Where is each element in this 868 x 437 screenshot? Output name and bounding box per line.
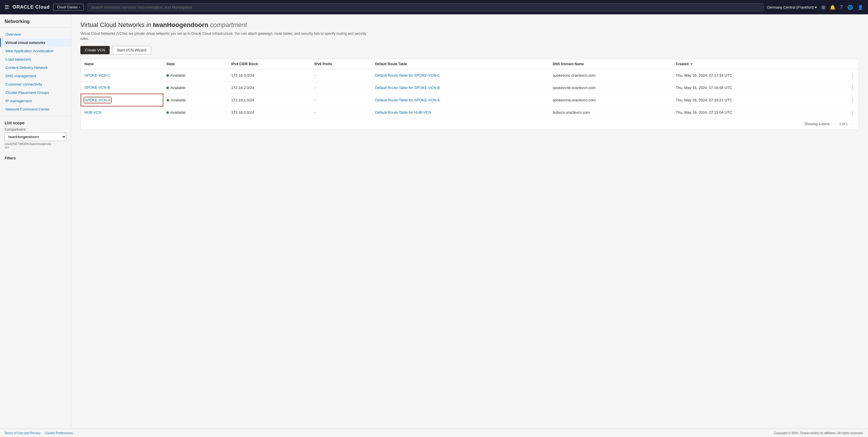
filters-section-title: Filters xyxy=(0,154,71,162)
vcn-created-cell: Thu, May 16, 2024, 07:15:04 UTC xyxy=(672,106,829,119)
notifications-icon[interactable]: 🔔 xyxy=(830,5,836,10)
nav-right: Germany Central (Frankfurt) ▾ ⊞ 🔔 ? 🌐 👤 xyxy=(767,5,863,10)
cloud-classic-button[interactable]: Cloud Classic › xyxy=(53,4,84,11)
table-body: SPOKE-VCN-CAvailable172.16.3.0/24-Defaul… xyxy=(81,69,859,119)
vcn-ipv6-cell: - xyxy=(311,106,372,119)
start-vcn-wizard-button[interactable]: Start VCN Wizard xyxy=(112,46,151,54)
pagination-next-button[interactable]: › xyxy=(850,121,855,127)
sidebar-item-dns-management[interactable]: DNS management xyxy=(0,72,71,80)
sidebar-item-customer-connectivity[interactable]: Customer connectivity xyxy=(0,80,71,88)
language-icon[interactable]: 🌐 xyxy=(847,5,853,10)
terms-link[interactable]: Terms of Use and Privacy xyxy=(5,431,40,435)
vcn-ipv6-cell: - xyxy=(311,94,372,106)
col-created[interactable]: Created ▾ xyxy=(672,59,829,69)
hamburger-menu-icon[interactable]: ☰ xyxy=(5,4,9,10)
vcn-cidr-cell: 172.16.2.0/24 xyxy=(228,82,311,94)
col-actions xyxy=(829,59,859,69)
col-name[interactable]: Name xyxy=(81,59,163,69)
col-ipv6[interactable]: IPv6 Prefix xyxy=(311,59,372,69)
page-description: Virtual Cloud Networks (VCNs) are privat… xyxy=(81,31,367,41)
sidebar-item-web-application-acceleration[interactable]: Web Application Acceleration xyxy=(0,47,71,55)
vcn-dns-cell: spokevcnb.oraclevcn.com xyxy=(549,82,673,94)
vcn-cidr-cell: 172.16.1.0/24 xyxy=(228,94,311,106)
sidebar-item-cluster-placement-groups[interactable]: Cluster Placement Groups xyxy=(0,88,71,97)
col-route-table[interactable]: Default Route Table xyxy=(371,59,549,69)
vcn-name-link[interactable]: HUB-VCN xyxy=(84,110,101,115)
sidebar-title: Networking xyxy=(0,19,71,28)
vcn-table-container: Name State IPv4 CIDR Block IPv6 Prefix D xyxy=(81,59,859,130)
sidebar-item-ip-management[interactable]: IP management xyxy=(0,97,71,105)
compartment-selector[interactable]: IwanHoogendoorn xyxy=(5,133,66,141)
help-icon[interactable]: ? xyxy=(840,5,843,10)
route-table-link[interactable]: Default Route Table for SPOKE-VCN-B xyxy=(375,86,440,90)
cookie-link[interactable]: Cookie Preferences xyxy=(45,431,73,435)
vcn-dns-cell: hubvcn.oraclevcn.com xyxy=(549,106,673,119)
table-row: SPOKE-VCN-BAvailable172.16.2.0/24-Defaul… xyxy=(81,82,859,94)
sidebar-item-load-balancers[interactable]: Load balancers xyxy=(0,55,71,63)
col-state[interactable]: State xyxy=(163,59,228,69)
col-ipv4[interactable]: IPv4 CIDR Block xyxy=(228,59,311,69)
col-route-label: Default Route Table xyxy=(375,62,407,66)
vcn-name-link[interactable]: SPOKE-VCN-B xyxy=(84,85,110,90)
title-suffix-text: compartment xyxy=(210,21,247,28)
compartment-path: (root)/NETWORK/IwanHoogendoorn xyxy=(5,142,66,149)
col-created-label: Created xyxy=(676,62,689,66)
vcn-ipv6-cell: - xyxy=(311,69,372,82)
page-title: Virtual Cloud Networks in IwanHoogendoor… xyxy=(81,21,859,29)
vcn-dns-cell: spokevcna.oraclevcn.com xyxy=(549,94,673,106)
page-header: Virtual Cloud Networks in IwanHoogendoor… xyxy=(81,21,859,41)
list-scope-title: List scope xyxy=(5,121,66,125)
user-avatar-icon[interactable]: 👤 xyxy=(858,5,863,10)
main-layout: Networking Overview Virtual cloud networ… xyxy=(0,14,868,429)
vcn-name-link[interactable]: SPOKE-VCN-C xyxy=(84,73,110,77)
vcn-state-cell: Available xyxy=(163,94,228,106)
title-vcn-text: Virtual Cloud Networks xyxy=(81,21,144,28)
compartment-label: Compartment xyxy=(5,127,66,131)
vcn-cidr-cell: 172.16.3.0/24 xyxy=(228,69,311,82)
pagination-prev-button[interactable]: ‹ xyxy=(832,121,837,127)
col-ipv6-label: IPv6 Prefix xyxy=(315,62,332,66)
col-dns[interactable]: DNS Domain Name xyxy=(549,59,673,69)
sidebar-item-network-command-center[interactable]: Network Command Center xyxy=(0,105,71,114)
row-actions-button[interactable]: ⋮ xyxy=(829,106,859,119)
vcn-table: Name State IPv4 CIDR Block IPv6 Prefix D xyxy=(81,59,859,118)
sidebar: Networking Overview Virtual cloud networ… xyxy=(0,14,71,429)
list-scope-section: List scope Compartment IwanHoogendoorn (… xyxy=(0,116,71,154)
col-name-label: Name xyxy=(84,62,94,66)
sidebar-item-content-delivery-network[interactable]: Content Delivery Network xyxy=(0,63,71,72)
route-table-link[interactable]: Default Route Table for SPOKE-VCN-C xyxy=(375,73,440,77)
vcn-cidr-cell: 172.16.0.0/24 xyxy=(228,106,311,119)
vcn-name-link[interactable]: SPOKE-VCN-A xyxy=(85,98,111,102)
route-table-link[interactable]: Default Route Table for SPOKE-VCN-A xyxy=(375,98,440,102)
region-selector[interactable]: Germany Central (Frankfurt) ▾ xyxy=(767,5,817,9)
table-row: SPOKE-VCN-AAvailable172.16.1.0/24-Defaul… xyxy=(81,94,859,106)
route-table-link[interactable]: Default Route Table for HUB-VCN xyxy=(375,110,431,115)
showing-items-text: Showing 4 items xyxy=(804,122,830,126)
pagination-page-text: 1 of 1 xyxy=(839,122,848,126)
col-ipv4-label: IPv4 CIDR Block xyxy=(231,62,258,66)
sort-icon: ▾ xyxy=(691,62,692,66)
chevron-down-icon: ▾ xyxy=(815,5,817,9)
status-dot-icon xyxy=(166,87,169,89)
create-vcn-button[interactable]: Create VCN xyxy=(81,46,110,54)
row-actions-button[interactable]: ⋮ xyxy=(829,82,859,94)
vcn-created-cell: Thu, May 16, 2024, 07:16:58 UTC xyxy=(672,82,829,94)
title-compartment-name: IwanHoogendoorn xyxy=(153,21,208,28)
search-input[interactable] xyxy=(87,3,764,11)
col-state-label: State xyxy=(166,62,175,66)
cloud-shell-icon[interactable]: ⊞ xyxy=(822,5,825,10)
table-row: HUB-VCNAvailable172.16.0.0/24-Default Ro… xyxy=(81,106,859,119)
row-actions-button[interactable]: ⋮ xyxy=(829,94,859,106)
page-footer: Terms of Use and Privacy Cookie Preferen… xyxy=(0,429,868,437)
vcn-state-cell: Available xyxy=(163,69,228,82)
vcn-created-cell: Thu, May 16, 2024, 07:16:21 UTC xyxy=(672,94,829,106)
row-actions-button[interactable]: ⋮ xyxy=(829,69,859,82)
vcn-ipv6-cell: - xyxy=(311,82,372,94)
sidebar-item-virtual-cloud-networks[interactable]: Virtual cloud networks xyxy=(0,38,71,47)
vcn-state-cell: Available xyxy=(163,82,228,94)
main-content: Virtual Cloud Networks in IwanHoogendoor… xyxy=(71,14,868,429)
title-in-text: in xyxy=(146,21,151,28)
sidebar-item-overview[interactable]: Overview xyxy=(0,30,71,38)
table-footer: Showing 4 items ‹ 1 of 1 › xyxy=(81,118,859,129)
status-dot-icon xyxy=(166,74,169,77)
